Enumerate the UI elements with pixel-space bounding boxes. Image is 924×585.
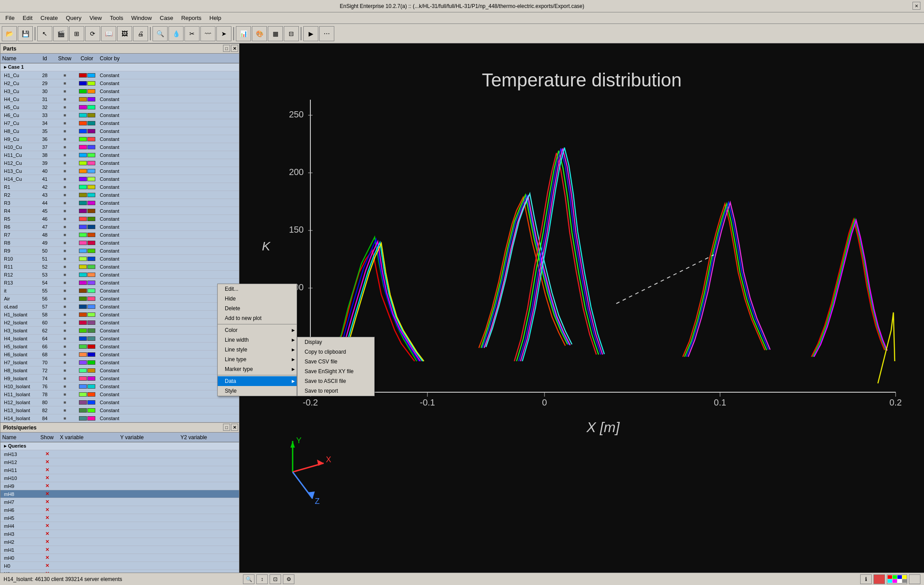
part-color[interactable] <box>76 201 98 205</box>
part-color[interactable] <box>76 416 98 421</box>
tb-drop[interactable]: 💧 <box>168 26 184 41</box>
parts-row[interactable]: R4 45 ■ Constant <box>0 207 239 215</box>
query-row[interactable]: mH1 ✕ <box>0 546 239 554</box>
tb-arrow[interactable]: ➤ <box>216 26 231 41</box>
tb-transform[interactable]: ⟳ <box>85 26 100 41</box>
query-show[interactable]: ✕ <box>36 507 58 513</box>
parts-row[interactable]: oLead 57 ■ Constant <box>0 303 239 311</box>
tb-cursor[interactable]: ↖ <box>37 26 52 41</box>
parts-row[interactable]: R10 51 ■ Constant <box>0 255 239 263</box>
parts-row[interactable]: H5_Cu 32 ■ Constant <box>0 103 239 111</box>
parts-row[interactable]: H2_Cu 29 ■ Constant <box>0 79 239 87</box>
query-show[interactable]: ✕ <box>36 475 58 481</box>
color-grid-btn[interactable] <box>887 574 907 584</box>
part-color[interactable] <box>76 336 98 341</box>
part-show[interactable]: ■ <box>54 176 76 181</box>
parts-row[interactable]: H2_Isolant 60 ■ Constant <box>0 319 239 327</box>
part-color[interactable] <box>76 320 98 325</box>
red-btn[interactable] <box>873 574 885 584</box>
part-show[interactable]: ■ <box>54 416 76 421</box>
sub-save-csv[interactable]: Save CSV file <box>298 357 374 367</box>
settings-btn[interactable]: ⚙ <box>283 574 294 584</box>
parts-row[interactable]: H10_Cu 37 ■ Constant <box>0 143 239 151</box>
fit-btn[interactable]: ⊡ <box>270 574 281 584</box>
part-show[interactable]: ■ <box>54 256 76 261</box>
tb-film[interactable]: 🎬 <box>53 26 68 41</box>
nav-btn[interactable]: ↕ <box>256 574 268 584</box>
query-show[interactable]: ✕ <box>36 555 58 561</box>
parts-row[interactable]: H9_Isolant 74 ■ Constant <box>0 374 239 382</box>
part-show[interactable]: ■ <box>54 368 76 373</box>
part-show[interactable]: ■ <box>54 392 76 397</box>
parts-row[interactable]: R1 42 ■ Constant <box>0 183 239 191</box>
part-show[interactable]: ■ <box>54 376 76 381</box>
query-show[interactable]: ✕ <box>36 523 58 529</box>
parts-row[interactable]: H14_Cu 41 ■ Constant <box>0 175 239 183</box>
part-color[interactable] <box>76 89 98 94</box>
tb-palette[interactable]: 🎨 <box>252 26 267 41</box>
query-show[interactable]: ✕ <box>36 483 58 489</box>
query-row[interactable]: mH6 ✕ <box>0 506 239 514</box>
query-show[interactable]: ✕ <box>36 459 58 465</box>
part-show[interactable]: ■ <box>54 224 76 229</box>
parts-row[interactable]: H1_Cu 28 ■ Constant <box>0 71 239 79</box>
part-color[interactable] <box>76 296 98 301</box>
query-show[interactable]: ✕ <box>36 547 58 553</box>
part-show[interactable]: ■ <box>54 129 76 133</box>
tb-save[interactable]: 💾 <box>18 26 33 41</box>
menu-edit[interactable]: Edit <box>19 13 36 23</box>
part-show[interactable]: ■ <box>54 288 76 293</box>
parts-row[interactable]: H1_Isolant 58 ■ Constant <box>0 311 239 319</box>
parts-row[interactable]: H12_Cu 39 ■ Constant <box>0 159 239 167</box>
ctx-delete[interactable]: Delete <box>218 304 297 313</box>
parts-row[interactable]: H7_Cu 34 ■ Constant <box>0 119 239 127</box>
parts-row[interactable]: R5 46 ■ Constant <box>0 215 239 223</box>
part-color[interactable] <box>76 161 98 165</box>
menu-reports[interactable]: Reports <box>178 13 205 23</box>
part-show[interactable]: ■ <box>54 81 76 86</box>
part-show[interactable]: ■ <box>54 160 76 165</box>
query-row[interactable]: mH7 ✕ <box>0 498 239 506</box>
part-color[interactable] <box>76 400 98 405</box>
query-show[interactable]: ✕ <box>36 531 58 537</box>
part-color[interactable] <box>76 368 98 373</box>
part-color[interactable] <box>76 137 98 141</box>
part-color[interactable] <box>76 97 98 101</box>
menu-file[interactable]: File <box>2 13 18 23</box>
tb-print[interactable]: 🖨 <box>133 26 148 41</box>
parts-row[interactable]: H12_Isolant 80 ■ Constant <box>0 398 239 406</box>
parts-close[interactable]: ✕ <box>231 45 238 52</box>
parts-row[interactable]: H9_Cu 36 ■ Constant <box>0 135 239 143</box>
part-show[interactable]: ■ <box>54 97 76 101</box>
ctx-data[interactable]: Data <box>218 376 297 386</box>
part-color[interactable] <box>76 153 98 157</box>
part-color[interactable] <box>76 209 98 213</box>
parts-row[interactable]: H13_Isolant 82 ■ Constant <box>0 406 239 414</box>
query-row[interactable]: mH5 ✕ <box>0 514 239 522</box>
parts-row[interactable]: H3_Isolant 62 ■ Constant <box>0 327 239 335</box>
query-row[interactable]: mH8 ✕ <box>0 490 239 498</box>
tb-bars[interactable]: ▦ <box>268 26 283 41</box>
part-color[interactable] <box>76 289 98 293</box>
part-color[interactable] <box>76 177 98 181</box>
query-row[interactable]: mH4 ✕ <box>0 522 239 530</box>
part-color[interactable] <box>76 225 98 229</box>
part-show[interactable]: ■ <box>54 192 76 197</box>
query-row[interactable]: mH3 ✕ <box>0 530 239 538</box>
part-color[interactable] <box>76 376 98 381</box>
ctx-color[interactable]: Color <box>218 325 297 335</box>
part-show[interactable]: ■ <box>54 208 76 213</box>
query-show[interactable]: ✕ <box>36 563 58 569</box>
parts-row[interactable]: R6 47 ■ Constant <box>0 223 239 231</box>
parts-row[interactable]: R7 48 ■ Constant <box>0 231 239 239</box>
part-color[interactable] <box>76 312 98 317</box>
tb-chart[interactable]: 📊 <box>236 26 251 41</box>
query-row[interactable]: mH0 ✕ <box>0 554 239 562</box>
info-btn[interactable]: ℹ <box>860 574 872 584</box>
part-color[interactable] <box>76 257 98 261</box>
part-show[interactable]: ■ <box>54 248 76 253</box>
part-color[interactable] <box>76 145 98 149</box>
query-show[interactable]: ✕ <box>36 467 58 473</box>
part-color[interactable] <box>76 360 98 365</box>
part-show[interactable]: ■ <box>54 200 76 205</box>
